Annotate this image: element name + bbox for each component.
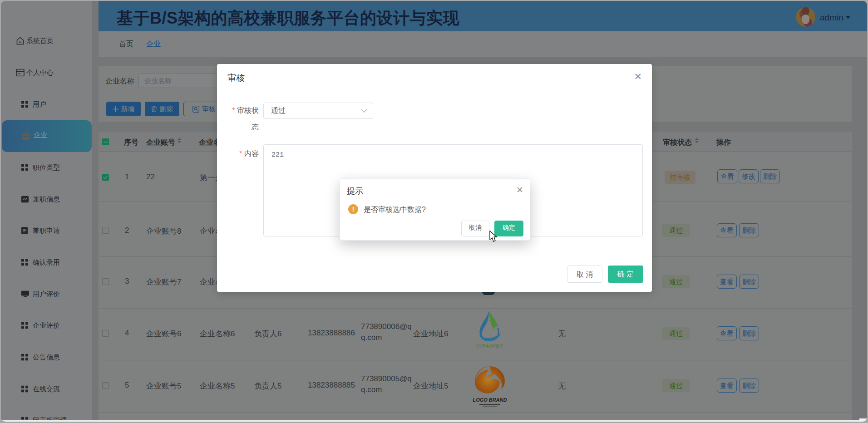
svg-text:润泽生活清净: 润泽生活清净	[476, 344, 503, 349]
svg-text:LOGO BRAND: LOGO BRAND	[473, 397, 507, 403]
